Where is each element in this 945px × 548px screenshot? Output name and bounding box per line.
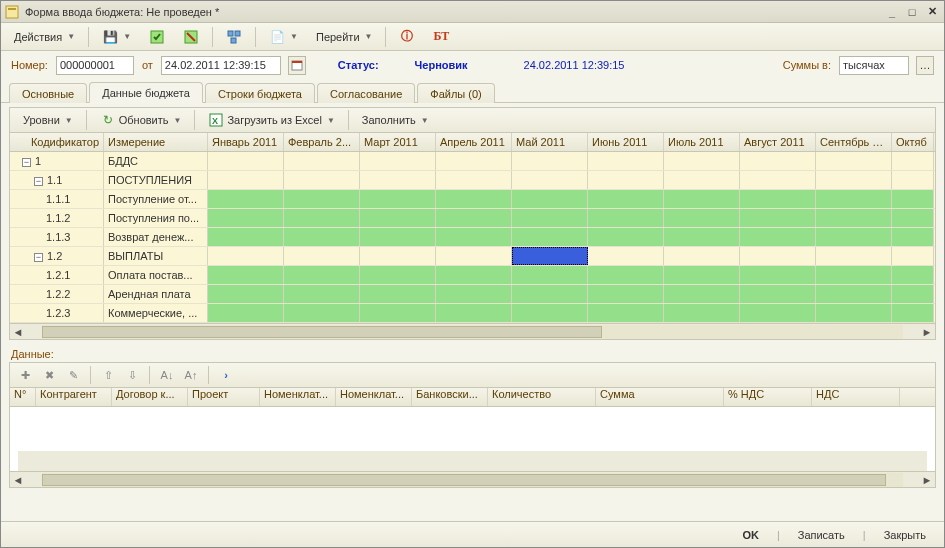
minimize-button[interactable]: _ <box>884 5 900 19</box>
cell-month[interactable] <box>360 304 436 322</box>
edit-row-icon[interactable]: ✎ <box>62 365 84 385</box>
dcol-project[interactable]: Проект <box>188 388 260 406</box>
delete-row-icon[interactable]: ✖ <box>38 365 60 385</box>
maximize-button[interactable]: □ <box>904 5 920 19</box>
cell-month[interactable] <box>588 171 664 189</box>
cell-month[interactable] <box>664 171 740 189</box>
scroll-left-icon[interactable]: ◄ <box>10 325 26 339</box>
scroll-track[interactable] <box>42 325 903 339</box>
cell-month[interactable] <box>284 304 360 322</box>
collapse-icon[interactable]: − <box>34 253 43 262</box>
fill-menu[interactable]: Заполнить▼ <box>355 109 436 131</box>
close-button-footer[interactable]: Закрыть <box>878 527 932 543</box>
cell-dimension[interactable]: Оплата постав... <box>104 266 208 284</box>
cell-month[interactable] <box>512 152 588 170</box>
cell-month[interactable] <box>664 266 740 284</box>
cell-month[interactable] <box>740 152 816 170</box>
report-icon[interactable]: 📄▼ <box>262 26 305 48</box>
col-sep[interactable]: Сентябрь 2... <box>816 133 892 151</box>
cell-month[interactable] <box>588 228 664 246</box>
cell-month[interactable] <box>816 228 892 246</box>
cell-code[interactable]: −1 <box>10 152 104 170</box>
col-apr[interactable]: Апрель 2011 <box>436 133 512 151</box>
cell-month[interactable] <box>588 190 664 208</box>
cell-month[interactable] <box>436 171 512 189</box>
cell-month[interactable] <box>360 266 436 284</box>
cell-month[interactable] <box>892 152 934 170</box>
close-button[interactable]: ✕ <box>924 5 940 19</box>
col-feb[interactable]: Февраль 2... <box>284 133 360 151</box>
help-icon[interactable]: ⓘ <box>392 26 422 48</box>
cell-month[interactable] <box>360 247 436 265</box>
dcol-sum[interactable]: Сумма <box>596 388 724 406</box>
scroll-thumb[interactable] <box>42 474 886 486</box>
cell-month[interactable] <box>588 152 664 170</box>
cell-month[interactable] <box>436 285 512 303</box>
cell-month[interactable] <box>512 304 588 322</box>
cell-month[interactable] <box>208 266 284 284</box>
cell-month[interactable] <box>664 304 740 322</box>
bit-icon[interactable]: БТ <box>426 26 456 48</box>
cell-month[interactable] <box>436 228 512 246</box>
sums-picker[interactable]: … <box>916 56 934 75</box>
cell-month[interactable] <box>892 304 934 322</box>
save-icon[interactable]: 💾▼ <box>95 26 138 48</box>
cell-month[interactable] <box>360 190 436 208</box>
cell-dimension[interactable]: ПОСТУПЛЕНИЯ <box>104 171 208 189</box>
tab-approval[interactable]: Согласование <box>317 83 415 103</box>
dcol-vat[interactable]: НДС <box>812 388 900 406</box>
cell-month[interactable] <box>664 190 740 208</box>
cell-month[interactable] <box>664 247 740 265</box>
cell-month[interactable] <box>436 304 512 322</box>
sort-desc-icon[interactable]: A↑ <box>180 365 202 385</box>
levels-menu[interactable]: Уровни▼ <box>16 109 80 131</box>
sort-asc-icon[interactable]: A↓ <box>156 365 178 385</box>
cell-month[interactable] <box>208 285 284 303</box>
scroll-thumb[interactable] <box>42 326 602 338</box>
dcol-contract[interactable]: Договор к... <box>112 388 188 406</box>
cell-month[interactable] <box>284 209 360 227</box>
add-row-icon[interactable]: ✚ <box>14 365 36 385</box>
number-input[interactable] <box>56 56 134 75</box>
cell-month[interactable] <box>360 171 436 189</box>
col-may[interactable]: Май 2011 <box>512 133 588 151</box>
cell-month[interactable] <box>284 152 360 170</box>
cell-dimension[interactable]: Поступления по... <box>104 209 208 227</box>
table-row[interactable]: 1.2.2Арендная плата <box>10 285 935 304</box>
collapse-icon[interactable]: − <box>22 158 31 167</box>
cell-month[interactable] <box>360 228 436 246</box>
cell-month[interactable] <box>816 152 892 170</box>
scroll-right-icon[interactable]: ► <box>919 473 935 487</box>
cell-month[interactable] <box>208 171 284 189</box>
col-oct[interactable]: Октяб <box>892 133 934 151</box>
cell-code[interactable]: 1.1.1 <box>10 190 104 208</box>
cell-month[interactable] <box>436 209 512 227</box>
cell-month[interactable] <box>588 304 664 322</box>
actions-menu[interactable]: Действия▼ <box>7 26 82 48</box>
next-icon[interactable]: › <box>215 365 237 385</box>
cell-month[interactable] <box>740 228 816 246</box>
cell-month[interactable] <box>588 266 664 284</box>
scroll-track[interactable] <box>42 473 903 487</box>
ok-button[interactable]: OK <box>736 527 765 543</box>
cell-month[interactable] <box>208 152 284 170</box>
cell-month[interactable] <box>588 285 664 303</box>
cell-dimension[interactable]: БДДС <box>104 152 208 170</box>
cell-month[interactable] <box>892 285 934 303</box>
grid-hscroll[interactable]: ◄ ► <box>10 323 935 339</box>
cell-code[interactable]: −1.2 <box>10 247 104 265</box>
col-mar[interactable]: Март 2011 <box>360 133 436 151</box>
cell-month[interactable] <box>512 266 588 284</box>
table-row[interactable]: −1.1ПОСТУПЛЕНИЯ <box>10 171 935 190</box>
load-excel-button[interactable]: XЗагрузить из Excel▼ <box>201 109 341 131</box>
cell-month[interactable] <box>208 209 284 227</box>
cell-month[interactable] <box>816 171 892 189</box>
table-row[interactable]: −1.2ВЫПЛАТЫ <box>10 247 935 266</box>
cell-month[interactable] <box>892 171 934 189</box>
cell-month[interactable] <box>664 285 740 303</box>
cell-month[interactable] <box>208 247 284 265</box>
cell-month[interactable] <box>892 190 934 208</box>
table-row[interactable]: 1.2.1Оплата постав... <box>10 266 935 285</box>
unpost-icon[interactable] <box>176 26 206 48</box>
cell-month[interactable] <box>284 228 360 246</box>
